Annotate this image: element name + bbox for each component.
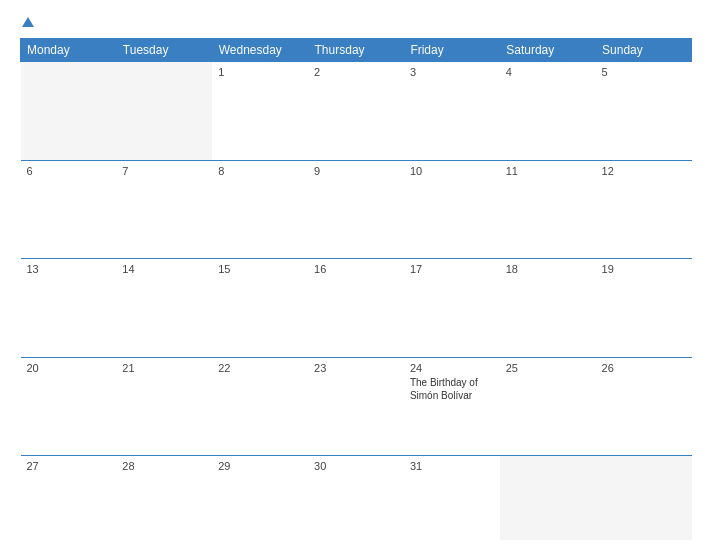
day-number: 23 bbox=[314, 362, 398, 374]
weekday-header: Friday bbox=[404, 39, 500, 62]
day-number: 18 bbox=[506, 263, 590, 275]
calendar-cell bbox=[500, 456, 596, 541]
weekday-header: Sunday bbox=[596, 39, 692, 62]
calendar-week-row: 2728293031 bbox=[21, 456, 692, 541]
day-number: 20 bbox=[27, 362, 111, 374]
calendar-cell: 31 bbox=[404, 456, 500, 541]
day-number: 12 bbox=[602, 165, 686, 177]
day-number: 16 bbox=[314, 263, 398, 275]
calendar-cell: 11 bbox=[500, 160, 596, 259]
day-number: 22 bbox=[218, 362, 302, 374]
calendar-cell: 7 bbox=[116, 160, 212, 259]
weekday-header: Monday bbox=[21, 39, 117, 62]
weekday-header-row: MondayTuesdayWednesdayThursdayFridaySatu… bbox=[21, 39, 692, 62]
day-number: 10 bbox=[410, 165, 494, 177]
day-number: 19 bbox=[602, 263, 686, 275]
calendar-cell: 3 bbox=[404, 62, 500, 161]
calendar-cell: 20 bbox=[21, 357, 117, 456]
day-number: 17 bbox=[410, 263, 494, 275]
day-number: 15 bbox=[218, 263, 302, 275]
calendar-week-row: 2021222324The Birthday of Simón Bolívar2… bbox=[21, 357, 692, 456]
calendar-cell: 18 bbox=[500, 259, 596, 358]
calendar-cell: 16 bbox=[308, 259, 404, 358]
weekday-header: Thursday bbox=[308, 39, 404, 62]
calendar-cell: 6 bbox=[21, 160, 117, 259]
calendar-page: MondayTuesdayWednesdayThursdayFridaySatu… bbox=[0, 0, 712, 550]
day-number: 4 bbox=[506, 66, 590, 78]
day-number: 28 bbox=[122, 460, 206, 472]
calendar-cell bbox=[116, 62, 212, 161]
calendar-week-row: 6789101112 bbox=[21, 160, 692, 259]
day-number: 25 bbox=[506, 362, 590, 374]
day-number: 2 bbox=[314, 66, 398, 78]
day-number: 29 bbox=[218, 460, 302, 472]
calendar-week-row: 12345 bbox=[21, 62, 692, 161]
day-number: 5 bbox=[602, 66, 686, 78]
day-number: 6 bbox=[27, 165, 111, 177]
calendar-cell: 5 bbox=[596, 62, 692, 161]
day-number: 9 bbox=[314, 165, 398, 177]
day-number: 14 bbox=[122, 263, 206, 275]
calendar-cell: 26 bbox=[596, 357, 692, 456]
event-label: The Birthday of Simón Bolívar bbox=[410, 376, 494, 402]
calendar-cell bbox=[21, 62, 117, 161]
calendar-cell: 10 bbox=[404, 160, 500, 259]
calendar-cell: 29 bbox=[212, 456, 308, 541]
day-number: 1 bbox=[218, 66, 302, 78]
calendar-cell: 27 bbox=[21, 456, 117, 541]
day-number: 3 bbox=[410, 66, 494, 78]
calendar-cell: 28 bbox=[116, 456, 212, 541]
calendar-cell: 24The Birthday of Simón Bolívar bbox=[404, 357, 500, 456]
calendar-cell bbox=[596, 456, 692, 541]
calendar-table: MondayTuesdayWednesdayThursdayFridaySatu… bbox=[20, 38, 692, 540]
calendar-cell: 4 bbox=[500, 62, 596, 161]
weekday-header: Tuesday bbox=[116, 39, 212, 62]
day-number: 11 bbox=[506, 165, 590, 177]
day-number: 7 bbox=[122, 165, 206, 177]
calendar-cell: 9 bbox=[308, 160, 404, 259]
calendar-cell: 25 bbox=[500, 357, 596, 456]
logo-triangle-icon bbox=[22, 17, 34, 27]
calendar-cell: 19 bbox=[596, 259, 692, 358]
calendar-cell: 1 bbox=[212, 62, 308, 161]
day-number: 26 bbox=[602, 362, 686, 374]
calendar-cell: 2 bbox=[308, 62, 404, 161]
calendar-cell: 14 bbox=[116, 259, 212, 358]
day-number: 27 bbox=[27, 460, 111, 472]
calendar-cell: 12 bbox=[596, 160, 692, 259]
calendar-cell: 8 bbox=[212, 160, 308, 259]
logo bbox=[20, 18, 34, 28]
header bbox=[20, 18, 692, 28]
calendar-cell: 22 bbox=[212, 357, 308, 456]
calendar-cell: 15 bbox=[212, 259, 308, 358]
calendar-cell: 30 bbox=[308, 456, 404, 541]
day-number: 31 bbox=[410, 460, 494, 472]
day-number: 21 bbox=[122, 362, 206, 374]
calendar-week-row: 13141516171819 bbox=[21, 259, 692, 358]
day-number: 30 bbox=[314, 460, 398, 472]
day-number: 13 bbox=[27, 263, 111, 275]
calendar-cell: 13 bbox=[21, 259, 117, 358]
calendar-cell: 23 bbox=[308, 357, 404, 456]
calendar-cell: 21 bbox=[116, 357, 212, 456]
day-number: 8 bbox=[218, 165, 302, 177]
weekday-header: Wednesday bbox=[212, 39, 308, 62]
weekday-header: Saturday bbox=[500, 39, 596, 62]
calendar-cell: 17 bbox=[404, 259, 500, 358]
day-number: 24 bbox=[410, 362, 494, 374]
